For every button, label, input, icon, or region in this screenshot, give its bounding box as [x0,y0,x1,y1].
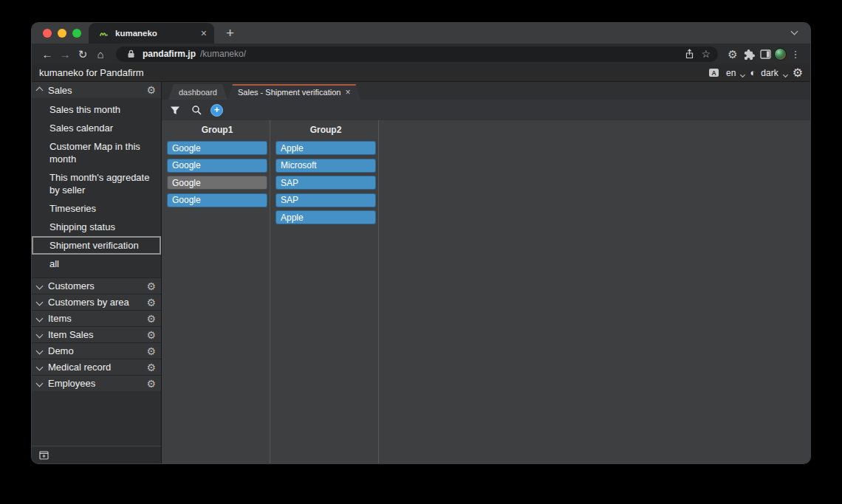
group-chevron-icon[interactable] [36,380,44,387]
group-label: Demo [48,345,140,356]
group-gear-icon[interactable]: ⚙ [146,281,156,291]
sidebar-group-header[interactable]: Demo ⚙ [32,342,161,359]
group-label: Items [48,313,140,324]
language-chevron-icon[interactable] [741,66,745,80]
workspace-tab[interactable]: Sales - Shipment verification × [227,84,360,100]
sidebar-group-header[interactable]: Customers ⚙ [32,277,161,294]
draggable-item[interactable]: Apple [275,210,376,224]
group-label: Employees [48,378,140,389]
sidebar-item[interactable]: Timeseries [32,199,161,218]
group-gear-icon[interactable]: ⚙ [146,346,156,356]
profile-avatar[interactable] [774,48,787,61]
group-label: Item Sales [48,329,140,340]
sidebar-item[interactable]: Shipment verification [32,236,161,255]
zoom-window-button[interactable] [72,29,81,38]
new-tab-button[interactable]: + [226,26,234,40]
reload-button[interactable]: ↻ [75,49,91,60]
tab-search-chevron-icon[interactable] [792,24,797,37]
sidebar-item[interactable]: Sales calendar [32,119,161,137]
theme-chevron-icon[interactable] [784,66,787,80]
draggable-item[interactable]: Google [167,176,267,190]
group-chevron-icon[interactable] [36,364,44,371]
group-gear-icon[interactable]: ⚙ [146,330,156,340]
group-chevron-icon[interactable] [36,299,44,306]
column-divider [270,120,270,463]
language-selector-value[interactable]: en [726,68,736,78]
draggable-item[interactable]: Google [167,193,267,207]
sidebar-group-header[interactable]: Customers by area ⚙ [32,294,161,310]
browser-menu-icon[interactable]: ⋮ [788,46,803,61]
draggable-item[interactable]: SAP [275,176,376,190]
group-gear-icon[interactable]: ⚙ [146,362,156,373]
sidebar-item[interactable]: Shipping status [32,218,161,236]
group-gear-icon[interactable]: ⚙ [146,85,156,95]
sidebar-group-header[interactable]: Sales ⚙ [32,82,161,98]
close-window-button[interactable] [43,29,52,38]
workspace-tab-label: dashboard [179,88,217,97]
sidebar-group-header[interactable]: Medical record ⚙ [32,359,161,375]
column-header: Group1 [167,125,267,135]
address-bar[interactable]: pandafirm.jp/kumaneko/ ☆ [116,46,718,62]
draggable-item[interactable]: Apple [275,141,376,155]
sidebar-item[interactable]: This month's aggredate by seller [32,168,161,199]
draggable-item[interactable]: Google [167,141,267,155]
share-icon[interactable] [682,46,696,61]
draggable-item[interactable]: Microsoft [275,159,376,173]
url-path: /kumaneko/ [200,49,246,59]
search-icon[interactable] [189,103,204,117]
group-chevron-icon[interactable] [36,283,44,290]
group-chevron-icon[interactable] [36,315,44,322]
group-gear-icon[interactable]: ⚙ [146,379,156,389]
column: Group2 AppleMicrosoftSAPSAPApple [275,120,376,228]
board: Group1 GoogleGoogleGoogleGoogle Group2 A… [162,120,810,463]
column-header: Group2 [275,125,376,135]
bookmark-star-icon[interactable]: ☆ [701,48,711,60]
translate-icon[interactable]: A [706,66,721,80]
column-cards: GoogleGoogleGoogleGoogle [167,141,267,207]
side-panel-icon[interactable] [758,46,773,61]
site-favicon-paw-icon [96,26,111,41]
group-chevron-icon[interactable] [36,86,44,94]
browser-tab[interactable]: kumaneko × [89,23,214,44]
back-button[interactable]: ← [39,49,55,60]
browser-tab-title: kumaneko [115,29,157,38]
group-gear-icon[interactable]: ⚙ [146,297,156,308]
forward-button[interactable]: → [57,49,73,60]
sidebar-group-header[interactable]: Employees ⚙ [32,375,161,391]
column-cards: AppleMicrosoftSAPSAPApple [275,141,376,224]
window-controls [32,23,81,44]
sidebar: Sales ⚙ Sales this monthSales calendarCu… [32,82,162,463]
sidebar-group-header[interactable]: Item Sales ⚙ [32,326,161,342]
browser-tabstrip: kumaneko × + [32,23,810,44]
app-header-controls: A en ◐ dark ⚙ [706,66,803,80]
group-label: Customers by area [48,297,140,308]
draggable-item[interactable]: SAP [275,193,376,207]
close-tab-icon[interactable]: × [201,28,207,38]
add-item-button[interactable]: + [210,104,223,117]
home-button[interactable]: ⌂ [92,49,109,60]
sidebar-group-header[interactable]: Items ⚙ [32,310,161,326]
close-workspace-tab-icon[interactable]: × [345,88,350,97]
group-label: Medical record [48,362,140,373]
draggable-item[interactable]: Google [167,159,267,173]
group-chevron-icon[interactable] [36,331,44,339]
browser-settings-gear-icon[interactable]: ⚙ [725,46,740,61]
add-window-icon[interactable] [36,448,51,463]
group-gear-icon[interactable]: ⚙ [146,314,156,324]
filter-icon[interactable] [168,103,182,117]
extensions-puzzle-icon[interactable] [742,46,756,61]
main-area: dashboard Sales - Shipment verification … [162,82,810,463]
group-chevron-icon[interactable] [36,348,44,355]
theme-selector-value[interactable]: dark [761,68,778,78]
sidebar-item[interactable]: Sales this month [32,100,161,119]
workspace-toolbar: + [162,100,810,120]
workspace-tab-label: Sales - Shipment verification [238,88,340,97]
sidebar-groups: Sales ⚙ Sales this monthSales calendarCu… [32,82,161,391]
sidebar-item[interactable]: Customer Map in this month [32,137,161,168]
url-host: pandafirm.jp [143,49,196,59]
minimize-window-button[interactable] [58,29,66,38]
app-settings-gear-icon[interactable]: ⚙ [793,67,803,79]
workspace-tab[interactable]: dashboard [168,84,227,100]
workspace-tabbar: dashboard Sales - Shipment verification … [162,82,810,100]
sidebar-item[interactable]: all [32,255,161,273]
